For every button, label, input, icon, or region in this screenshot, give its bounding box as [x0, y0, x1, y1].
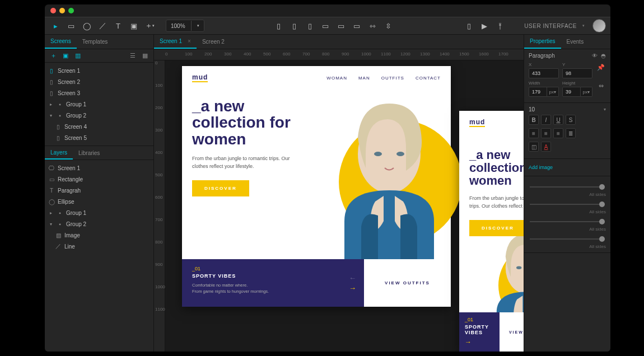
group-item[interactable]: ▾▪Group 2 [45, 110, 153, 121]
rectangle-tool-icon[interactable]: ▭ [65, 20, 77, 32]
layer-root[interactable]: 🖵Screen 1 [45, 162, 153, 174]
maximize-window-icon[interactable] [68, 8, 74, 13]
distribute-h-icon[interactable]: ⇿ [366, 20, 379, 32]
user-avatar[interactable] [592, 19, 606, 32]
nav-link: MAN [358, 76, 370, 81]
hero-image [322, 92, 456, 271]
add-screen-icon[interactable]: ＋ [48, 51, 58, 61]
y-input[interactable]: 98 [562, 68, 592, 78]
nav-link: WOMAN [326, 76, 347, 81]
image-tool-icon[interactable]: ▣ [128, 20, 140, 32]
close-tab-icon[interactable]: × [188, 38, 191, 44]
height-unit[interactable]: px ▾ [581, 87, 592, 97]
pointer-tool-icon[interactable]: ▸ [49, 20, 62, 32]
align-top-icon[interactable]: ▭ [319, 20, 332, 32]
line-tool-icon[interactable]: ／ [96, 20, 109, 32]
layer-group[interactable]: ▸▪Group 1 [45, 207, 153, 218]
tab-events[interactable]: Events [561, 35, 590, 49]
screen-item[interactable]: ▯Screen 2 [45, 76, 153, 87]
font-size-input[interactable]: 10 [529, 106, 600, 113]
canvas[interactable]: mud WOMAN MAN OUTFITS CONTACT [165, 60, 524, 352]
align-center-h-icon[interactable]: ▯ [288, 20, 300, 32]
app-window: ▸ ▭ ◯ ／ T ▣ ＋▾ 100% ▾ ▯ ▯ ▯ ▭ ▭ ▭ ⇿ ⇳ ▯ … [45, 4, 610, 352]
pin-icon[interactable]: 📌 [596, 62, 606, 72]
arrow-left-icon: ← [349, 274, 356, 282]
strikethrough-icon[interactable]: S [566, 115, 576, 125]
layer-item[interactable]: ／Line [45, 241, 153, 252]
visibility-icon[interactable]: 👁 [592, 53, 598, 59]
width-input[interactable]: 179 [529, 87, 547, 97]
align-right-icon[interactable]: ▯ [304, 20, 316, 32]
align-middle-icon[interactable]: ▭ [335, 20, 347, 32]
screen-item[interactable]: ▯Screen 3 [45, 87, 153, 99]
height-input[interactable]: 39 [562, 87, 581, 97]
hero-subtext: From the urban jungle to romantic trips.… [192, 155, 298, 170]
text-tool-icon[interactable]: T [112, 20, 124, 32]
ellipse-tool-icon[interactable]: ◯ [81, 20, 93, 32]
align-center-icon[interactable]: ≡ [541, 128, 551, 138]
folder-icon: ▪ [57, 209, 63, 216]
text-color-icon[interactable]: A [541, 142, 551, 152]
tab-templates[interactable]: Templates [77, 35, 114, 49]
artboard-mobile[interactable]: mud [459, 111, 524, 352]
align-justify-icon[interactable]: ≣ [566, 128, 576, 138]
layer-item[interactable]: ▭Rectangle [45, 174, 153, 185]
width-unit[interactable]: px ▾ [547, 87, 559, 97]
padding-slider[interactable] [530, 238, 605, 240]
align-left-icon[interactable]: ▯ [272, 20, 284, 32]
duplicate-screen-icon[interactable]: ▣ [60, 51, 71, 61]
bold-icon[interactable]: B [529, 115, 539, 125]
layer-group[interactable]: ▾▪Group 2 [45, 218, 153, 229]
play-icon[interactable]: ▶ [478, 20, 491, 32]
screen-item[interactable]: ▯Screen 4 [45, 121, 153, 132]
layer-item[interactable]: ◯Ellipse [45, 196, 153, 207]
tab-properties[interactable]: Properties [524, 35, 561, 49]
footer-desc: Comfortable no matter where. From game n… [192, 282, 354, 295]
tab-libraries[interactable]: Libraries [73, 146, 105, 160]
screen-icon: ▯ [48, 67, 55, 74]
align-right-icon[interactable]: ≡ [553, 128, 563, 138]
x-input[interactable]: 433 [529, 68, 559, 78]
minimize-window-icon[interactable] [59, 8, 65, 13]
artboard-desktop[interactable]: mud WOMAN MAN OUTFITS CONTACT [182, 66, 451, 307]
chevron-down-icon[interactable]: ▾ [604, 107, 606, 112]
radius-slider[interactable] [530, 221, 605, 222]
align-left-icon[interactable]: ≡ [529, 128, 539, 138]
group-item[interactable]: ▸▪Group 1 [45, 99, 153, 110]
ruler-vertical: 010020030040050060070080090010001100 [154, 60, 165, 352]
tab-layers[interactable]: Layers [45, 146, 73, 160]
layer-item[interactable]: ▧Image [45, 229, 153, 241]
close-window-icon[interactable] [50, 8, 56, 13]
opacity-slider[interactable] [530, 186, 605, 188]
link-dimensions-icon[interactable]: ⇔ [596, 81, 606, 91]
crop-icon[interactable]: ◫ [529, 142, 539, 152]
underline-icon[interactable]: U [553, 115, 563, 125]
list-view-icon[interactable]: ☰ [128, 51, 138, 61]
zoom-dropdown[interactable]: 100% ▾ [166, 20, 204, 32]
tab-screens[interactable]: Screens [45, 35, 77, 49]
align-bottom-icon[interactable]: ▭ [351, 20, 363, 32]
screen-item[interactable]: ▯Screen 1 [45, 65, 153, 76]
screens-tree: ▯Screen 1 ▯Screen 2 ▯Screen 3 ▸▪Group 1 … [45, 63, 153, 146]
layers-tree: 🖵Screen 1 ▭Rectangle TParagrah ◯Ellipse … [45, 160, 153, 254]
style-icon[interactable]: ◓ [601, 53, 606, 59]
border-slider[interactable] [530, 204, 605, 205]
sides-label: All sides [529, 227, 606, 232]
upload-icon[interactable]: ⭱ [494, 20, 506, 32]
italic-icon[interactable]: I [541, 115, 551, 125]
chevron-down-icon: ▾ [582, 24, 585, 28]
layer-item[interactable]: TParagrah [45, 185, 153, 196]
document-tab[interactable]: Screen 2 [197, 35, 230, 49]
page-selector-label[interactable]: USER INTERFACE [524, 23, 577, 29]
screen-item[interactable]: ▯Screen 5 [45, 132, 153, 143]
dock-screen-icon[interactable]: ▥ [73, 51, 83, 61]
document-tab[interactable]: Screen 1× [154, 35, 197, 49]
add-tool-icon[interactable]: ＋▾ [143, 20, 156, 32]
distribute-v-icon[interactable]: ⇳ [382, 20, 394, 32]
add-image-link[interactable]: Add image [529, 162, 606, 172]
footer-dark-panel: _01 SPORTY VIBES Comfortable no matter w… [182, 259, 364, 307]
grid-view-icon[interactable]: ▦ [140, 51, 150, 61]
device-preview-icon[interactable]: ▯ [463, 20, 475, 32]
footer-dark-panel: _01 SPORTY VIBES → [459, 312, 500, 352]
discover-button: DISCOVER [192, 180, 249, 196]
